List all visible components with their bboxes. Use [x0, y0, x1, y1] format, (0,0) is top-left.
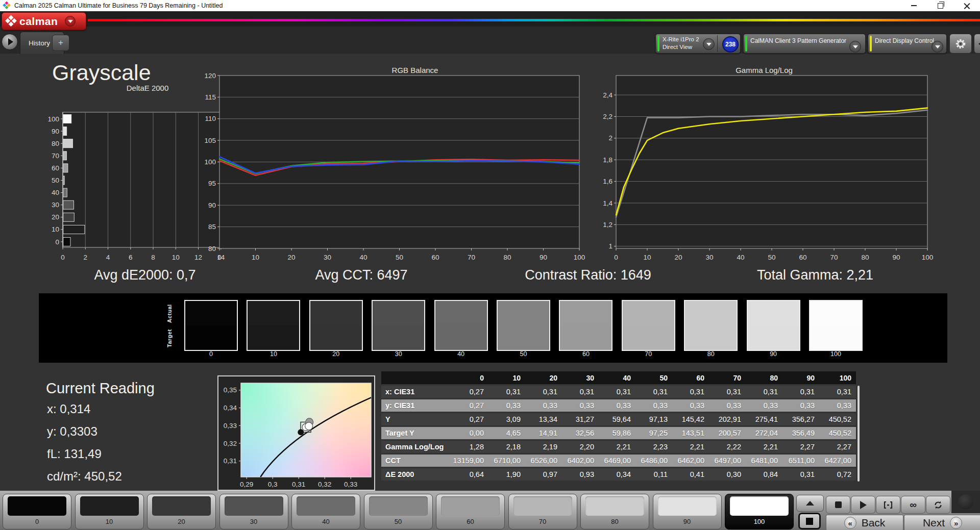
back-button[interactable]: « Back — [826, 515, 903, 530]
meter-select-button[interactable]: X-Rite i1Pro 2 Direct View 238 — [655, 34, 741, 54]
chevron-down-icon — [853, 45, 858, 48]
table-col-header: 10 — [488, 371, 525, 384]
display-dropdown[interactable] — [932, 41, 943, 53]
pattern-tile-label: 30 — [220, 518, 288, 525]
table-cell: 0,31 — [746, 386, 782, 398]
swatch-target — [685, 325, 737, 350]
table-cell: 0,11 — [635, 468, 672, 481]
swatch-actual — [498, 301, 549, 325]
table-cell: 4,65 — [488, 427, 525, 439]
pattern-tile-60[interactable]: 60 — [436, 494, 505, 529]
table-row-label: Y — [381, 413, 452, 425]
pattern-tile-80[interactable]: 80 — [580, 494, 649, 529]
table-cell: 0,31 — [635, 386, 672, 398]
table-row: ΔE 20000,641,900,970,930,340,110,410,300… — [381, 468, 856, 481]
grayscale-swatch-80 — [684, 300, 738, 351]
swatch-target — [623, 325, 674, 350]
single-measure-button[interactable] — [876, 496, 900, 514]
stop-button[interactable] — [826, 496, 850, 514]
table-cell: 1,90 — [488, 468, 525, 481]
pattern-tile-40[interactable]: 40 — [291, 494, 360, 529]
deltae-bar-10 — [63, 225, 85, 234]
add-tab-button[interactable]: + — [52, 35, 69, 51]
deltae-bar-90 — [63, 127, 67, 136]
swatch-actual — [810, 301, 862, 325]
table-cell: 275,41 — [746, 413, 782, 425]
next-label: Next — [923, 517, 945, 529]
svg-text:0,32: 0,32 — [224, 440, 237, 447]
pattern-dropdown[interactable] — [849, 41, 861, 53]
refresh-button[interactable] — [926, 496, 950, 514]
collapse-panel-button[interactable] — [974, 34, 980, 54]
swatch-actual — [310, 301, 362, 325]
table-scrollbar[interactable] — [857, 386, 860, 482]
session-panel-toggle-button[interactable] — [2, 34, 18, 50]
pattern-tile-label: 90 — [653, 518, 721, 525]
grayscale-swatch-40 — [434, 300, 488, 351]
settings-button[interactable] — [949, 34, 972, 54]
table-cell: 6497,00 — [709, 455, 746, 467]
table-cell: 13,34 — [525, 413, 562, 425]
svg-text:12: 12 — [194, 254, 202, 261]
continuous-measure-button[interactable]: ∞ — [901, 496, 925, 514]
meter-dropdown[interactable] — [703, 38, 715, 50]
pattern-tile-50[interactable]: 50 — [364, 494, 433, 529]
swatch-target — [810, 325, 862, 350]
plus-icon: + — [58, 38, 63, 48]
pattern-tile-0[interactable]: 0 — [3, 494, 71, 529]
calman-menu-button[interactable]: calman — [2, 12, 86, 30]
display-control-button[interactable]: Direct Display Control — [868, 34, 947, 54]
pattern-tile-30[interactable]: 30 — [219, 494, 288, 529]
pattern-tile-20[interactable]: 20 — [147, 494, 216, 529]
table-cell: 0,27 — [452, 399, 488, 412]
table-cell: 0,27 — [452, 413, 488, 425]
table-row-label: Target Y — [381, 427, 452, 439]
next-button[interactable]: Next » — [904, 515, 980, 530]
table-col-header: 30 — [562, 371, 599, 384]
svg-text:85: 85 — [208, 223, 216, 231]
play-button[interactable] — [851, 496, 875, 514]
pattern-tile-swatch — [369, 496, 428, 516]
pattern-tile-100[interactable]: 100 — [725, 494, 794, 529]
pattern-window-size-button[interactable] — [798, 513, 821, 529]
pattern-tile-90[interactable]: 90 — [653, 494, 722, 529]
swatch-level-label: 60 — [559, 350, 612, 358]
cie-chromaticity-chart: 0,350,340,330,320,310,290,30,310,320,33 — [217, 375, 375, 491]
table-cell: 59,64 — [599, 413, 635, 425]
pattern-window-up-button[interactable] — [796, 495, 824, 512]
svg-text:4: 4 — [106, 254, 110, 261]
table-cell: 6402,00 — [562, 455, 599, 467]
pattern-tile-swatch — [297, 496, 355, 516]
svg-text:0,32: 0,32 — [318, 481, 331, 488]
stat-contrast: Contrast Ratio: 1649 — [486, 267, 690, 283]
svg-text:10: 10 — [643, 254, 651, 261]
pattern-tile-70[interactable]: 70 — [508, 494, 577, 529]
single-measure-icon — [883, 500, 893, 510]
svg-text:80: 80 — [503, 254, 511, 261]
table-cell: 202,91 — [709, 413, 746, 425]
table-cell: 0,33 — [488, 399, 525, 412]
minimize-button[interactable] — [900, 0, 927, 11]
chevron-down-icon — [935, 45, 940, 48]
pattern-generator-button[interactable]: CalMAN Client 3 Pattern Generator — [743, 34, 866, 54]
table-cell: 2,21 — [746, 441, 782, 453]
restore-icon — [938, 3, 943, 9]
pattern-tile-label: 100 — [725, 518, 793, 525]
table-cell: 97,25 — [635, 427, 672, 439]
refresh-icon — [933, 500, 943, 510]
reference-dot — [298, 429, 304, 435]
pattern-tile-10[interactable]: 10 — [75, 494, 144, 529]
svg-text:50: 50 — [396, 254, 403, 261]
deltae-bar-80 — [63, 139, 73, 148]
table-row-label: CCT — [381, 455, 452, 467]
table-cell: 0,33 — [819, 399, 856, 412]
close-button[interactable] — [953, 0, 980, 11]
restore-button[interactable] — [927, 0, 953, 11]
swatch-level-label: 40 — [434, 350, 488, 358]
svg-text:90: 90 — [52, 128, 59, 135]
svg-text:100: 100 — [47, 115, 59, 123]
pattern-tile-swatch — [513, 496, 572, 516]
meter-count-badge[interactable]: 238 — [722, 36, 739, 53]
display-status-accent — [870, 36, 872, 52]
pattern-bar: ∞ « Back Next » 0102030405060708090100 — [0, 491, 980, 530]
